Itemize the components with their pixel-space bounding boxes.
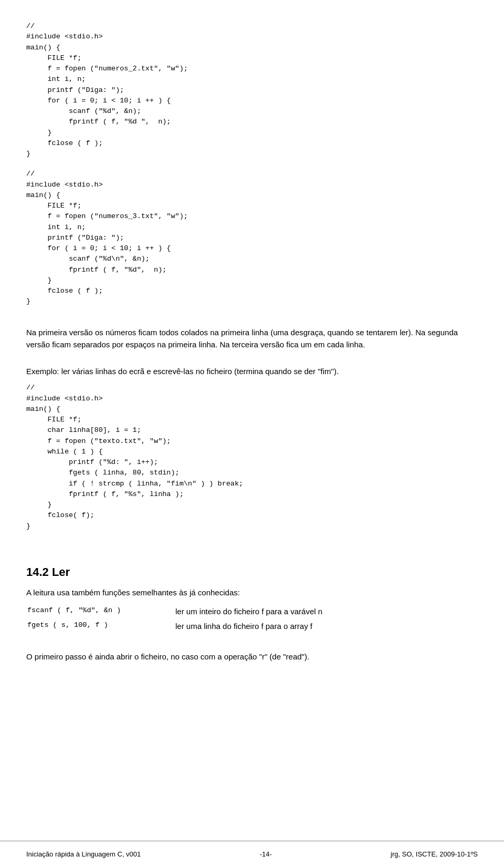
code-block-1: // #include <stdio.h> main() { FILE *f; … [26,21,478,159]
footer-bar: Iniciação rápida à Linguagem C, v001 -14… [0,841,504,867]
page-content: // #include <stdio.h> main() { FILE *f; … [0,0,504,710]
footer-left: Iniciação rápida à Linguagem C, v001 [26,850,141,858]
table-cell-col1-1: fscanf ( f, "%d", &n ) [27,605,174,618]
footer-right: jrg, SO, ISCTE, 2009-10-1ºS [391,850,478,858]
closing-paragraph: O primeiro passo é ainda abrir o ficheir… [26,651,478,663]
paragraph-1: Na primeira versão os números ficam todo… [26,326,478,351]
code-block-3: // #include <stdio.h> main() { FILE *f; … [26,383,478,532]
table-row: fscanf ( f, "%d", &n ) ler um inteiro do… [27,605,477,618]
section-heading: 14.2 Ler [26,565,478,579]
footer-center: -14- [260,850,272,858]
section-paragraph: A leitura usa também funções semelhantes… [26,586,478,598]
example-intro: Exemplo: ler várias linhas do ecrã e esc… [26,365,478,377]
table-cell-col2-1: ler um inteiro do ficheiro f para a vará… [175,605,477,618]
table-cell-col1-2: fgets ( s, 100, f ) [27,620,174,633]
table-row: fgets ( s, 100, f ) ler uma linha do fic… [27,620,477,633]
functions-table: fscanf ( f, "%d", &n ) ler um inteiro do… [26,604,478,634]
table-cell-col2-2: ler uma linha do ficheiro f para o array… [175,620,477,633]
code-block-2: // #include <stdio.h> main() { FILE *f; … [26,169,478,307]
